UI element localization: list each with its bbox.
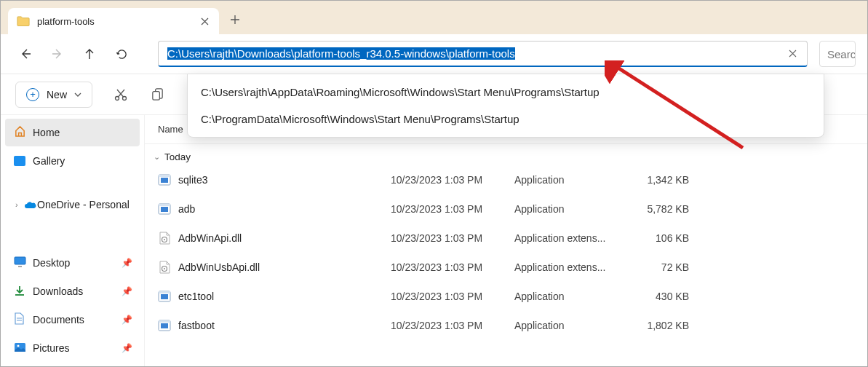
tab-title: platform-tools [37,16,199,27]
sidebar-label: Documents [33,314,84,325]
sidebar-label: OneDrive - Personal [37,199,130,210]
svg-point-0 [116,96,119,100]
svg-rect-7 [161,178,168,183]
file-row[interactable]: fastboot10/23/2023 1:03 PMApplication1,8… [145,311,867,340]
desktop-icon [14,256,26,269]
address-input[interactable]: C:\Users\rajth\Downloads\platform-tools_… [164,46,784,61]
svg-rect-21 [159,320,170,323]
suggestion-item[interactable]: C:\Users\rajth\AppData\Roaming\Microsoft… [188,79,824,106]
svg-point-15 [164,268,165,269]
svg-rect-17 [161,294,168,299]
cut-icon[interactable] [113,87,129,103]
file-type: Application extens... [514,232,638,244]
refresh-button[interactable] [108,41,135,67]
home-icon [14,125,26,140]
dll-icon [158,232,171,245]
file-name: adb [178,203,195,215]
file-size: 430 KB [638,291,711,302]
file-name: AdbWinUsbApi.dll [178,261,260,273]
svg-point-13 [164,239,165,240]
file-name: etc1tool [178,291,214,302]
application-icon [158,319,171,332]
sidebar-item-downloads[interactable]: Downloads 📌 [5,277,140,305]
titlebar: platform-tools [1,1,867,34]
svg-rect-8 [159,175,170,177]
new-button[interactable]: + New [15,82,92,108]
application-icon [158,202,171,216]
sidebar-item-home[interactable]: Home [5,119,140,146]
gallery-icon [14,156,25,166]
svg-rect-2 [152,92,159,100]
svg-rect-20 [161,323,168,328]
pin-icon: 📌 [122,315,132,325]
back-button[interactable] [12,41,39,67]
sidebar-item-desktop[interactable]: Desktop 📌 [5,249,140,277]
folder-icon [17,16,30,26]
new-button-label: New [47,89,67,100]
file-date: 10/23/2023 1:03 PM [391,320,514,331]
chevron-right-icon: › [15,200,18,209]
sidebar-item-gallery[interactable]: Gallery [5,147,140,175]
file-row[interactable]: AdbWinUsbApi.dll10/23/2023 1:03 PMApplic… [145,253,867,282]
sidebar-item-onedrive[interactable]: › OneDrive - Personal [5,191,140,218]
file-type: Application [514,203,638,215]
tab[interactable]: platform-tools [8,8,219,34]
sidebar: Home Gallery › OneDrive - Personal Deskt… [1,115,145,366]
pictures-icon [14,342,26,355]
dll-icon [158,261,171,274]
clear-address-button[interactable] [784,45,801,63]
copy-icon[interactable] [149,87,165,103]
file-type: Application extens... [514,261,638,273]
address-bar[interactable]: C:\Users\rajth\Downloads\platform-tools_… [158,41,808,67]
file-size: 1,342 KB [638,174,711,186]
svg-rect-3 [15,257,25,264]
file-row[interactable]: sqlite310/23/2023 1:03 PMApplication1,34… [145,165,867,194]
file-size: 1,802 KB [638,320,711,331]
tab-close-button[interactable] [199,15,210,27]
file-date: 10/23/2023 1:03 PM [391,261,514,273]
file-name: AdbWinApi.dll [178,232,242,244]
file-name: fastboot [178,320,215,331]
file-size: 72 KB [638,261,711,273]
file-row[interactable]: adb10/23/2023 1:03 PMApplication5,782 KB [145,194,867,224]
application-icon [158,290,171,303]
group-header-today[interactable]: ⌄ Today [145,144,867,165]
file-row[interactable]: etc1tool10/23/2023 1:03 PMApplication430… [145,282,867,311]
pin-icon: 📌 [122,258,132,268]
svg-rect-11 [159,204,170,206]
suggestion-item[interactable]: C:\ProgramData\Microsoft\Windows\Start M… [188,106,824,133]
file-list: Name Date modified Type Size ⌄ Today sql… [145,115,867,366]
forward-button[interactable] [44,41,71,67]
pin-icon: 📌 [122,343,132,353]
file-name: sqlite3 [178,174,207,186]
up-button[interactable] [76,41,103,67]
file-size: 5,782 KB [638,203,711,215]
svg-rect-18 [159,291,170,293]
sidebar-label: Gallery [33,155,65,167]
new-tab-button[interactable] [222,7,248,33]
plus-icon: + [26,88,39,101]
file-type: Application [514,174,638,186]
pin-icon: 📌 [122,286,132,296]
file-size: 106 KB [638,232,711,244]
sidebar-item-documents[interactable]: Documents 📌 [5,306,140,334]
svg-point-1 [123,96,127,100]
sidebar-label: Downloads [33,285,83,297]
downloads-icon [14,285,25,299]
file-date: 10/23/2023 1:03 PM [391,174,514,186]
file-type: Application [514,320,638,331]
onedrive-icon [24,200,37,209]
svg-rect-10 [161,207,168,212]
application-icon [158,173,171,186]
file-date: 10/23/2023 1:03 PM [391,203,514,215]
sidebar-label: Desktop [33,257,70,269]
group-label: Today [164,151,191,162]
file-type: Application [514,291,638,302]
search-input[interactable]: Search [819,41,856,67]
file-date: 10/23/2023 1:03 PM [391,291,514,302]
documents-icon [14,312,24,327]
file-row[interactable]: AdbWinApi.dll10/23/2023 1:03 PMApplicati… [145,224,867,253]
sidebar-item-pictures[interactable]: Pictures 📌 [5,334,140,362]
chevron-down-icon [74,92,81,97]
address-suggestions-dropdown: C:\Users\rajth\AppData\Roaming\Microsoft… [187,74,824,138]
